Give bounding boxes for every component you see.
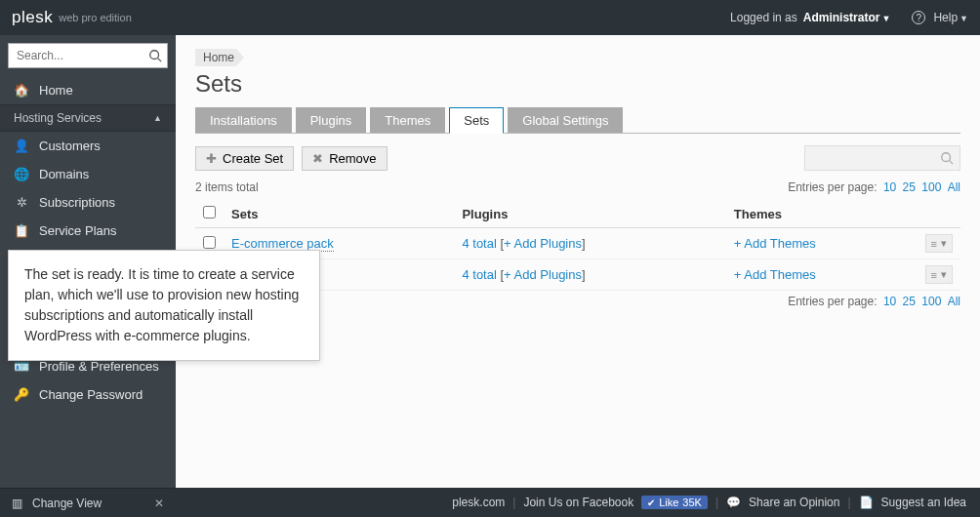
chat-icon: 💬 (726, 496, 741, 509)
sidebar-item-label: Home (39, 83, 73, 98)
entries-100[interactable]: 100 (921, 295, 941, 308)
tab-plugins[interactable]: Plugins (296, 107, 367, 133)
footer-facebook-link[interactable]: Join Us on Facebook (523, 496, 633, 509)
footer: plesk.com | Join Us on Facebook ✔ Like 3… (176, 488, 980, 517)
add-themes-link[interactable]: + Add Themes (734, 236, 816, 251)
logged-in-label: Logged in as (730, 11, 797, 24)
plugins-count-link[interactable]: 4 total (462, 236, 496, 251)
layout-icon: ▥ (12, 497, 22, 510)
add-themes-link[interactable]: + Add Themes (734, 267, 816, 282)
help-menu[interactable]: Help▼ (933, 11, 968, 24)
caret-down-icon: ▼ (960, 14, 968, 23)
sidebar-section-hosting[interactable]: Hosting Services ▲ (0, 104, 176, 132)
tabs: Installations Plugins Themes Sets Global… (195, 107, 960, 134)
sidebar-item-service-plans[interactable]: 📋 Service Plans (0, 217, 176, 245)
top-bar: plesk web pro edition Logged in as Admin… (0, 0, 980, 35)
caret-down-icon: ▾ (941, 268, 947, 281)
entries-25[interactable]: 25 (903, 295, 916, 308)
tab-installations[interactable]: Installations (195, 107, 292, 133)
col-themes: Themes (726, 200, 918, 228)
svg-point-0 (150, 51, 159, 60)
col-sets: Sets (224, 200, 454, 228)
search-input[interactable] (8, 43, 168, 68)
sidebar-item-label: Service Plans (39, 223, 116, 238)
logo: plesk (12, 8, 53, 27)
svg-line-3 (950, 161, 954, 165)
add-plugins-link[interactable]: + Add Plugins (504, 267, 582, 282)
entries-10[interactable]: 10 (883, 295, 896, 308)
key-icon: 🔑 (14, 387, 29, 402)
x-icon: ✖ (312, 151, 323, 166)
sidebar-item-subscriptions[interactable]: ✲ Subscriptions (0, 188, 176, 217)
footer-plesk-link[interactable]: plesk.com (452, 496, 505, 509)
user-menu[interactable]: Administrator▼ (803, 11, 891, 24)
add-plugins-link[interactable]: + Add Plugins (504, 236, 582, 251)
entries-per-page: Entries per page: 10 25 100 All (788, 180, 960, 194)
tab-themes[interactable]: Themes (370, 107, 445, 133)
svg-point-2 (942, 153, 951, 162)
close-icon[interactable]: ✕ (154, 497, 164, 510)
select-all-checkbox[interactable] (203, 206, 216, 219)
col-plugins: Plugins (454, 200, 725, 228)
svg-line-1 (158, 59, 162, 62)
user-icon: 👤 (14, 139, 29, 153)
search-icon (940, 151, 954, 165)
sidebar-item-domains[interactable]: 🌐 Domains (0, 160, 176, 188)
plus-icon: ✚ (206, 151, 217, 166)
gear-icon: ✲ (14, 195, 29, 210)
sidebar-item-home[interactable]: 🏠 Home (0, 76, 176, 104)
clipboard-icon: 📋 (14, 223, 29, 238)
breadcrumb-home[interactable]: Home (195, 49, 244, 66)
sidebar-item-label: Domains (39, 167, 89, 181)
sidebar-item-label: Subscriptions (39, 195, 115, 210)
caret-down-icon: ▾ (941, 237, 947, 250)
search-icon[interactable] (148, 49, 162, 62)
row-actions-menu[interactable]: ≡ ▾ (925, 234, 953, 253)
home-icon: 🏠 (14, 83, 29, 98)
footer-share-link[interactable]: Share an Opinion (749, 496, 839, 509)
row-checkbox[interactable] (203, 236, 216, 249)
tutorial-callout: The set is ready. It is time to create a… (8, 250, 320, 361)
remove-button[interactable]: ✖ Remove (302, 146, 387, 171)
tab-sets[interactable]: Sets (449, 107, 504, 134)
footer-suggest-link[interactable]: Suggest an Idea (881, 496, 966, 509)
change-view-bar[interactable]: ▥ Change View ✕ (0, 488, 176, 517)
create-set-button[interactable]: ✚ Create Set (195, 146, 294, 171)
sidebar-item-change-password[interactable]: 🔑 Change Password (0, 380, 176, 409)
bulb-icon: 📄 (859, 496, 874, 509)
sidebar-item-label: Customers (39, 139, 101, 153)
entries-25[interactable]: 25 (903, 180, 916, 194)
entries-all[interactable]: All (948, 295, 960, 308)
chevron-up-icon: ▲ (153, 113, 162, 123)
sidebar-item-label: Profile & Preferences (39, 359, 159, 374)
thumb-icon: ✔ (647, 497, 655, 508)
entries-100[interactable]: 100 (921, 180, 941, 194)
entries-all[interactable]: All (948, 180, 960, 194)
logo-edition: web pro edition (59, 12, 132, 23)
items-total: 2 items total (195, 180, 259, 194)
sidebar-item-label: Change Password (39, 387, 143, 402)
row-actions-menu[interactable]: ≡ ▾ (925, 265, 953, 284)
entries-10[interactable]: 10 (883, 180, 896, 194)
breadcrumb: Home (195, 49, 960, 66)
top-right: Logged in as Administrator▼ ? Help▼ (730, 11, 968, 24)
toolbar-search[interactable] (804, 145, 960, 171)
caret-down-icon: ▼ (881, 14, 890, 23)
globe-icon: 🌐 (14, 167, 29, 181)
card-icon: 🪪 (14, 359, 29, 374)
facebook-like-button[interactable]: ✔ Like 35K (641, 496, 708, 509)
plugins-count-link[interactable]: 4 total (462, 267, 496, 282)
tab-global-settings[interactable]: Global Settings (508, 107, 623, 133)
help-icon: ? (912, 11, 925, 24)
sidebar-item-customers[interactable]: 👤 Customers (0, 132, 176, 160)
page-title: Sets (195, 70, 960, 98)
toolbar: ✚ Create Set ✖ Remove (195, 145, 960, 171)
